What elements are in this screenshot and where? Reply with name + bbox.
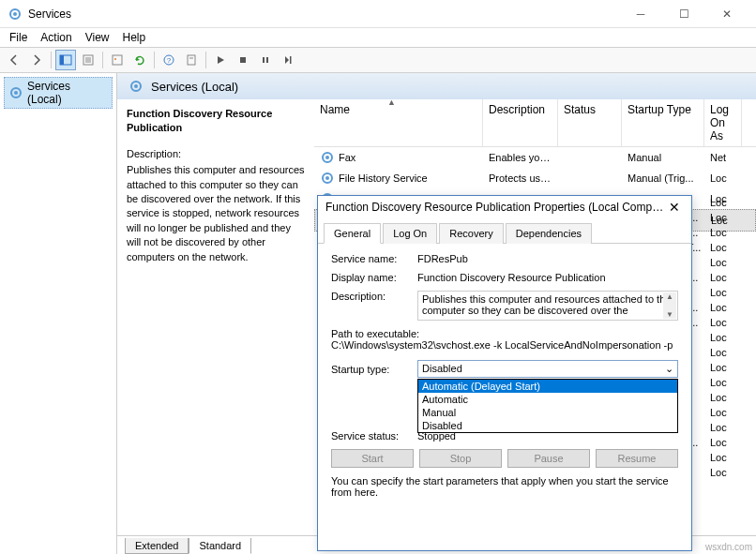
column-name[interactable]: Name [314,99,483,146]
cell-name: File History Service [339,172,428,184]
restart-service-button[interactable] [278,50,298,70]
menu-action[interactable]: Action [40,31,71,44]
tree-pane: Services (Local) [0,73,117,554]
properties-sheet-button[interactable] [181,50,202,70]
overflow-row[interactable]: Loc [684,195,740,210]
minimize-button[interactable]: ─ [619,0,662,28]
tab-standard[interactable]: Standard [189,538,251,554]
cell-logon: Net [704,150,742,165]
overflow-row[interactable]: g...Loc [684,270,740,285]
overflow-row[interactable]: g...Loc [684,300,740,315]
scroll-up-icon[interactable]: ▲ [666,292,673,301]
dialog-titlebar[interactable]: Function Discovery Resource Publication … [318,196,691,218]
overflow-row[interactable]: Loc [684,420,740,435]
svg-rect-17 [290,56,292,64]
gear-icon [320,171,335,186]
svg-rect-3 [60,55,64,65]
overflow-row[interactable]: g...Loc [684,315,740,330]
overflow-row[interactable]: (T...Loc [684,240,740,255]
resume-button[interactable]: Resume [596,449,678,468]
table-row[interactable]: File History ServiceProtects use...Manua… [314,168,756,188]
close-button[interactable]: ✕ [705,0,748,28]
startup-type-dropdown[interactable]: Automatic (Delayed Start) Automatic Manu… [417,379,678,433]
stop-button[interactable]: Stop [419,449,502,468]
overflow-row[interactable]: g...Loc [684,435,740,450]
service-name-label: Service name: [331,253,417,264]
start-service-button[interactable] [210,50,231,70]
path-label: Path to executable: [331,328,678,339]
menu-help[interactable]: Help [123,31,146,44]
pause-button[interactable]: Pause [507,449,590,468]
sort-indicator-icon: ▲ [387,99,396,107]
cell-status [558,176,622,180]
path-value: C:\Windows\system32\svchost.exe -k Local… [331,339,678,351]
start-button[interactable]: Start [331,449,414,468]
gear-icon [129,79,144,94]
svg-rect-16 [266,57,268,63]
dialog-body: Service name: FDResPub Display name: Fun… [318,244,691,507]
overflow-row[interactable]: Loc [684,255,740,270]
menu-view[interactable]: View [85,31,110,44]
column-description[interactable]: Description [483,99,558,146]
overflow-rows: Locg...Locg...Loc(T...LocLocg...LocLocg.… [684,195,740,480]
forward-button[interactable] [26,50,47,70]
tab-recovery[interactable]: Recovery [439,223,503,244]
svg-rect-12 [188,55,195,65]
option-automatic-delayed[interactable]: Automatic (Delayed Start) [418,380,677,393]
overflow-row[interactable]: Loc [684,375,740,390]
overflow-row[interactable]: g...Loc [684,210,740,225]
tab-general[interactable]: General [324,223,381,244]
overflow-row[interactable]: g...Loc [684,225,740,240]
refresh-button[interactable] [129,50,150,70]
svg-rect-15 [263,57,265,63]
help-button[interactable]: ? [159,50,179,70]
service-title: Function Discovery Resource Publication [127,107,305,136]
watermark: wsxdn.com [705,542,752,552]
menu-file[interactable]: File [9,31,27,44]
pause-service-button[interactable] [255,50,276,70]
dialog-close-button[interactable]: ✕ [665,200,684,215]
table-row[interactable]: FaxEnables you...ManualNet [314,147,756,168]
dialog-tabs: General Log On Recovery Dependencies [318,222,691,244]
startup-type-select[interactable]: Disabled ⌄ [417,360,678,378]
startup-type-selected: Disabled [422,363,462,375]
tab-extended[interactable]: Extended [125,538,189,554]
column-startup-type[interactable]: Startup Type [622,99,704,146]
column-status[interactable]: Status [558,99,622,146]
scrollbar[interactable]: ▲▼ [663,292,676,319]
overflow-row[interactable]: Loc [684,465,740,480]
back-button[interactable] [4,50,24,70]
tab-logon[interactable]: Log On [383,223,437,244]
maximize-button[interactable]: ☐ [662,0,705,28]
description-pane: Function Discovery Resource Publication … [117,99,314,554]
toolbar: ? [0,47,756,73]
properties-button[interactable] [107,50,128,70]
column-logon[interactable]: Log On As [704,99,742,146]
overflow-row[interactable]: Loc [684,450,740,465]
overflow-row[interactable]: Loc [684,405,740,420]
svg-point-23 [325,156,329,159]
overflow-row[interactable]: Loc [684,390,740,405]
titlebar: Services ─ ☐ ✕ [0,0,756,28]
overflow-row[interactable]: Loc [684,345,740,360]
service-name-value: FDResPub [417,253,678,264]
option-manual[interactable]: Manual [418,406,677,419]
cell-startup: Manual (Trig... [622,171,704,186]
cell-name: Fax [339,152,355,163]
overflow-row[interactable]: Loc [684,330,740,345]
description-label: Description: [331,291,417,302]
tree-item-services-local[interactable]: Services (Local) [4,77,113,109]
show-hide-tree-button[interactable] [55,50,76,70]
display-name-label: Display name: [331,272,417,283]
overflow-row[interactable]: Loc [684,285,740,300]
stop-service-button[interactable] [233,50,253,70]
scroll-down-icon[interactable]: ▼ [666,310,673,319]
overflow-row[interactable]: Loc [684,360,740,375]
services-icon [8,7,23,22]
list-header[interactable]: ▲ Name Description Status Startup Type L… [314,99,756,147]
option-automatic[interactable]: Automatic [418,393,677,406]
export-list-button[interactable] [78,50,98,70]
option-disabled[interactable]: Disabled [418,419,677,432]
tab-dependencies[interactable]: Dependencies [506,223,592,244]
tree-item-label: Services (Local) [27,80,108,106]
